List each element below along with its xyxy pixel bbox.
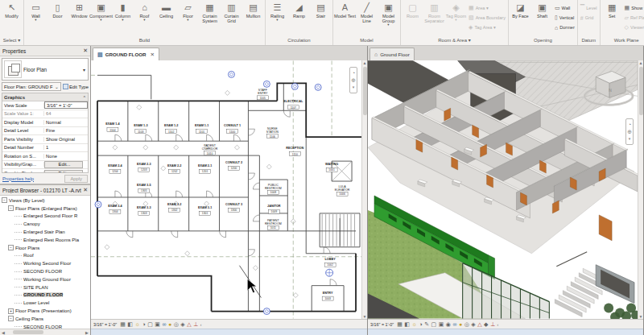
modify-button[interactable]: ↖Modify	[1, 1, 23, 19]
apply-button[interactable]: Apply	[64, 175, 88, 183]
crop-view-icon[interactable]: ▢	[431, 321, 437, 329]
tree-item-enlarged-rest-rooms-pla[interactable]: Enlarged Rest Rooms Pla	[2, 236, 90, 244]
tree-item-working-second-floor[interactable]: Working Second Floor	[2, 259, 90, 267]
shadows-icon[interactable]: ◑	[142, 321, 145, 329]
ref-plane-button[interactable]: ▱Ref Plane	[623, 13, 644, 23]
tree-item-enlarged-stair-plan[interactable]: Enlarged Stair Plan	[2, 228, 90, 236]
ramp-button[interactable]: ◢Ramp	[288, 1, 310, 19]
steering-wheel-icon[interactable]: ◔	[352, 69, 355, 77]
set-button[interactable]: ▦Set	[601, 1, 623, 19]
sketchy-lines-icon[interactable]: ✎	[424, 321, 429, 329]
detail-level-icon[interactable]: ▦	[397, 321, 402, 329]
constraints-icon[interactable]: ⊥	[490, 321, 495, 329]
plan-navigation-bar[interactable]: ◔ ⊕ ▾	[349, 67, 357, 93]
scroll-right-icon[interactable]: ▶	[84, 330, 90, 335]
visual-style-icon[interactable]: ◧	[404, 321, 410, 329]
property-value[interactable]: Fine	[44, 128, 88, 133]
visual-style-icon[interactable]: ◧	[127, 321, 133, 329]
wall-button[interactable]: ▭Wall	[553, 3, 576, 13]
expand-icon[interactable]: +	[8, 308, 14, 314]
zoom-icon[interactable]: ⊕	[351, 77, 356, 84]
worksharing-icon[interactable]: ◎	[174, 321, 179, 329]
chevron-down-icon[interactable]: ▾	[629, 135, 631, 143]
shadows-icon[interactable]: ◑	[419, 321, 422, 329]
property-value[interactable]: 64	[44, 111, 88, 116]
collapse-icon[interactable]: −	[8, 316, 14, 321]
temporary-hide-icon[interactable]: ∞	[162, 321, 166, 329]
component-button[interactable]: ▣Component▾	[90, 1, 112, 22]
worksharing-icon[interactable]: ◎	[464, 321, 469, 329]
vertical-button[interactable]: ▯Vertical	[553, 13, 576, 23]
tree-item-second-floor[interactable]: SECOND FLOOR	[2, 267, 90, 275]
reveal-hidden-icon[interactable]: ●	[168, 321, 171, 329]
floor-button[interactable]: ▱Floor▾	[177, 1, 199, 22]
property-value[interactable]: Edit...	[44, 170, 83, 174]
collapse-icon[interactable]: ⌃	[83, 95, 86, 100]
tree-item-lower-level[interactable]: Lower Level	[2, 299, 90, 307]
chevron-down-icon[interactable]: ▾	[353, 84, 355, 91]
railing-button[interactable]: ☰Railing▾	[266, 1, 288, 22]
chevron-down-icon[interactable]: ▾	[83, 67, 88, 72]
by-face-button[interactable]: ◪By Face	[510, 1, 531, 19]
tree-item-site-plan[interactable]: SITE PLAN	[2, 283, 90, 292]
horizontal-scrollbar[interactable]: ◀ ▶	[0, 329, 90, 335]
tree-item-second-floor[interactable]: SECOND FLOOR	[2, 323, 90, 329]
tab-ground-floor-3d[interactable]: ⌂ Ground Floor	[369, 48, 415, 60]
reveal-hidden-icon[interactable]: ●	[459, 321, 462, 329]
collapse-controls-icon[interactable]: ‹	[497, 321, 499, 329]
show-button[interactable]: ▦Show	[623, 3, 644, 13]
analytical-icon[interactable]: △	[187, 321, 191, 329]
tag-room-button[interactable]: ◈Tag Room▾	[445, 1, 467, 22]
collapse-icon[interactable]: −	[8, 245, 14, 250]
lock-orientation-icon[interactable]: ◉	[446, 321, 451, 329]
collapse-icon[interactable]: −	[8, 205, 14, 211]
room-separator-button[interactable]: ▥Room Separator	[423, 1, 445, 23]
show-crop-icon[interactable]: ▣	[439, 321, 444, 329]
displacement-icon[interactable]: ◆	[484, 321, 488, 329]
graphics-section-header[interactable]: Graphics ⌃	[2, 93, 88, 101]
column-button[interactable]: ▮Column▾	[112, 1, 134, 22]
tree-item-floor-plans-enlarged-plans-[interactable]: −Floor Plans (Enlarged Plans)	[2, 205, 90, 213]
collapse-icon[interactable]: −	[2, 197, 7, 203]
constraints-icon[interactable]: ⊥	[193, 321, 198, 329]
3d-canvas[interactable]: N ▲ ▼ ◔ ⊕ ▾	[368, 60, 643, 319]
type-selector[interactable]: Floor Plan ▾	[2, 58, 89, 81]
property-value[interactable]: 3/16" = 1'-0"	[44, 101, 88, 109]
collapse-controls-icon[interactable]: ‹	[200, 321, 202, 329]
plan-canvas[interactable]: EXAM 1-41104EXAM 1-31103EXAM 1-21102EXAM…	[91, 60, 367, 319]
door-button[interactable]: ▯Door	[47, 1, 68, 19]
tree-item-working-ground-floor[interactable]: Working Ground Floor	[2, 275, 90, 283]
tree-item-ground-floor[interactable]: GROUND FLOOR	[2, 292, 90, 300]
temporary-view-icon[interactable]: ◈	[180, 321, 184, 329]
detail-level-icon[interactable]: ▦	[120, 321, 126, 329]
tree-item-views-by-level-[interactable]: −Views (By Level)	[2, 196, 90, 205]
grid-button[interactable]: #Grid	[579, 13, 599, 23]
curtain-system-button[interactable]: ▦Curtain System	[199, 1, 221, 23]
close-icon[interactable]: ✕	[83, 187, 88, 193]
tree-item-roof[interactable]: Roof	[2, 252, 90, 260]
3d-model-view[interactable]: N	[368, 60, 638, 319]
close-tab-icon[interactable]: ✕	[151, 52, 155, 58]
scroll-left-icon[interactable]: ◀	[0, 330, 6, 335]
curtain-grid-button[interactable]: ▥Curtain Grid	[221, 1, 242, 23]
tree-item-enlarged-second-floor-r[interactable]: Enlarged Second Floor R	[2, 213, 90, 221]
property-value[interactable]: 1	[44, 145, 88, 150]
tab-ground-floor-plan[interactable]: ▤ GROUND FLOOR ✕	[93, 48, 159, 60]
properties-help-link[interactable]: Properties help	[2, 176, 34, 181]
roof-button[interactable]: ⌂Roof▾	[134, 1, 155, 22]
property-value[interactable]: Edit...	[44, 161, 83, 168]
zoom-icon[interactable]: ⊕	[627, 128, 632, 135]
model-line-button[interactable]: ╱Model Line	[356, 1, 378, 23]
dormer-button[interactable]: ⌂Dormer	[553, 23, 576, 32]
property-value[interactable]: Normal	[44, 120, 88, 125]
3d-navigation-bar[interactable]: ◔ ⊕ ▾	[625, 118, 634, 145]
shaft-button[interactable]: ▣Shaft	[531, 1, 553, 19]
floor-plan-drawing[interactable]: EXAM 1-41104EXAM 1-31103EXAM 1-21102EXAM…	[91, 60, 361, 319]
sun-path-icon[interactable]: ☼	[135, 321, 140, 329]
mullion-button[interactable]: ▤Mullion	[242, 1, 264, 19]
temporary-hide-icon[interactable]: ∞	[452, 321, 456, 329]
close-icon[interactable]: ✕	[83, 48, 88, 54]
analytical-icon[interactable]: △	[477, 321, 481, 329]
tree-item-ceiling-plans[interactable]: −Ceiling Plans	[2, 315, 90, 323]
3d-vertical-scrollbar[interactable]: ▲ ▼	[638, 60, 643, 319]
